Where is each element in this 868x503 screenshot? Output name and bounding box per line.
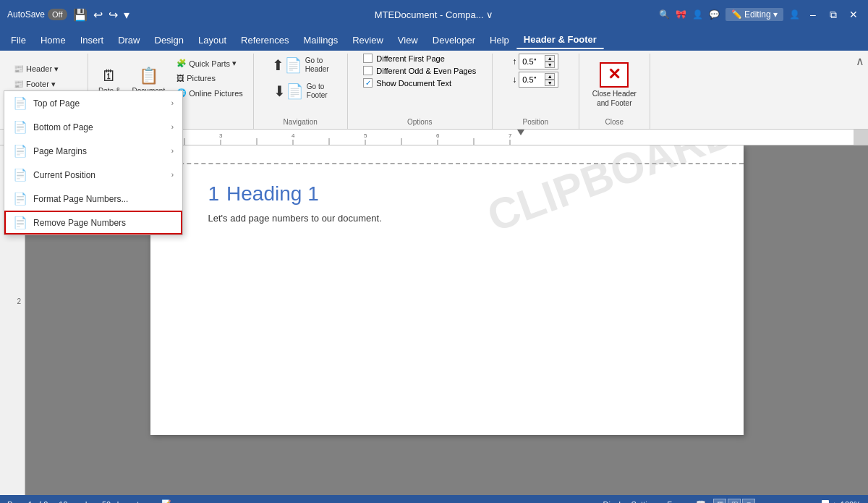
display-settings[interactable]: Display Settings [603,500,660,504]
menu-header-footer[interactable]: Header & Footer [516,31,604,49]
dropdown-item-bottom-of-page[interactable]: 📄 Bottom of Page › [4,115,182,139]
read-view-button[interactable]: ≡ [742,499,755,504]
minimize-button[interactable]: – [806,7,820,22]
autosave-state[interactable]: Off [48,9,67,20]
document-page: CLIPBOARD 1 Heading 1 Let's add page num… [150,145,744,435]
footer-caret: ▾ [51,80,56,89]
title-caret[interactable]: ∨ [486,9,493,20]
show-doc-text-checkbox[interactable]: ✓ [363,78,373,88]
header-pos-down[interactable]: ▼ [545,62,555,68]
header-position-row: ↑ 0.5" ▲ ▼ [512,54,558,69]
go-to-header-button[interactable]: ⬆📄 Go toHeader [268,54,333,77]
restore-button[interactable]: ⧉ [826,7,841,22]
view-buttons: ▦ ◫ ≡ [713,499,755,504]
footer-pos-up[interactable]: ▲ [545,73,555,80]
menu-file[interactable]: File [4,32,33,48]
zoom-out-button[interactable]: – [762,500,767,504]
quick-parts-label: Quick Parts [189,59,230,68]
quick-parts-caret: ▾ [232,59,237,68]
redo-icon[interactable]: ↪ [109,8,118,22]
dropdown-item-page-margins[interactable]: 📄 Page Margins › [4,139,182,163]
footer-button[interactable]: 📰 Footer ▾ [9,77,82,91]
close-button[interactable]: ✕ [846,7,861,22]
online-pictures-button[interactable]: 🌐 Online Pictures [172,86,247,100]
menu-help[interactable]: Help [482,32,516,48]
ribbon-icon[interactable]: 🎀 [676,9,686,20]
ribbon-group-options: Different First Page Different Odd & Eve… [348,54,493,129]
heading-number: 1 [208,182,220,206]
ribbon-group-position: ↑ 0.5" ▲ ▼ ↓ 0.5" ▲ ▼ [493,54,579,129]
menu-review[interactable]: Review [345,32,391,48]
navigation-group-label: Navigation [284,118,318,126]
page-number-dropdown: 📄 Top of Page › 📄 Bottom of Page › 📄 Pag… [4,90,183,235]
undo-icon[interactable]: ↩ [93,8,103,22]
current-position-arrow: › [171,171,174,179]
book-view-icon[interactable]: 📖 [696,499,706,503]
status-bar: Page 1 of 2 10 words 50 characters 📝 ☁ D… [0,495,868,503]
show-doc-text-option[interactable]: ✓ Show Document Text [363,78,476,88]
web-view-button[interactable]: ◫ [728,499,741,504]
go-to-footer-icon: ⬇📄 [273,83,304,100]
menu-references[interactable]: References [234,32,296,48]
footer-pos-down[interactable]: ▼ [545,80,555,86]
menu-home[interactable]: Home [33,32,73,48]
header-position-icon: ↑ [512,56,516,67]
customize-icon[interactable]: ▾ [124,8,129,22]
header-button[interactable]: 📰 Header ▾ [9,62,82,76]
autosave-toggle[interactable]: AutoSave Off [7,9,67,20]
comments-icon[interactable]: 💬 [709,9,720,20]
format-page-numbers-icon: 📄 [13,192,27,206]
proofing-icon[interactable]: 📝 [161,499,171,503]
go-to-footer-button[interactable]: ⬇📄 Go toFooter [269,80,332,103]
options-checkboxes: Different First Page Different Odd & Eve… [363,54,476,101]
menu-view[interactable]: View [391,32,425,48]
dropdown-item-remove-page-numbers[interactable]: 📄 Remove Page Numbers [4,211,182,234]
menu-developer[interactable]: Developer [425,32,482,48]
diff-odd-even-option[interactable]: Different Odd & Even Pages [363,66,476,75]
dropdown-item-format-page-numbers[interactable]: 📄 Format Page Numbers... [4,187,182,211]
diff-odd-even-checkbox[interactable] [363,66,373,75]
page-margins-icon: 📄 [13,144,27,158]
close-header-footer-button[interactable]: ✕ Close Headerand Footer [585,58,644,112]
menu-insert[interactable]: Insert [73,32,111,48]
position-fields: ↑ 0.5" ▲ ▼ ↓ 0.5" ▲ ▼ [512,54,558,101]
document-heading: Heading 1 [226,182,319,206]
zoom-slider-thumb[interactable] [822,500,829,504]
focus-button[interactable]: Focus [667,500,689,504]
dropdown-item-current-position[interactable]: 📄 Current Position › [4,163,182,187]
print-view-button[interactable]: ▦ [713,499,726,504]
header-caret: ▾ [54,64,59,74]
footer-position-spinners: ▲ ▼ [545,73,555,86]
menu-design[interactable]: Design [148,32,191,48]
footer-position-field[interactable]: 0.5" ▲ ▼ [519,72,558,88]
menu-layout[interactable]: Layout [191,32,234,48]
title-bar-right: 🔍 🎀 👤 💬 ✏️ Editing ▾ 👤 – ⧉ ✕ [576,7,861,22]
diff-first-page-checkbox[interactable] [363,54,373,63]
diff-first-page-option[interactable]: Different First Page [363,54,476,63]
menu-mailings[interactable]: Mailings [297,32,346,48]
dropdown-item-top-of-page[interactable]: 📄 Top of Page › [4,91,182,115]
go-to-header-icon: ⬆📄 [272,56,302,74]
quick-parts-button[interactable]: 🧩 Quick Parts ▾ [172,56,247,70]
header-position-field[interactable]: 0.5" ▲ ▼ [519,54,558,69]
share-icon[interactable]: 👤 [692,9,703,20]
close-header-footer-icon: ✕ [600,62,629,88]
save-icon[interactable]: 💾 [73,8,88,22]
zoom-in-button[interactable]: + [832,500,836,504]
header-pos-up[interactable]: ▲ [545,55,555,62]
svg-text:7: 7 [509,132,512,139]
ribbon-collapse-button[interactable]: ∧ [856,54,864,68]
person-icon[interactable]: 👤 [789,9,800,20]
indent-marker [517,130,524,135]
show-doc-text-check: ✓ [365,79,371,87]
bottom-of-page-label: Bottom of Page [33,122,93,132]
pictures-button[interactable]: 🖼 Pictures [172,72,247,85]
page-info: Page 1 of 2 [7,500,48,504]
ribbon-group-navigation: ⬆📄 Go toHeader ⬇📄 Go toFooter Navigation [254,54,348,129]
menu-draw[interactable]: Draw [111,32,147,48]
editing-dropdown[interactable]: ✏️ Editing ▾ [726,8,783,21]
search-icon[interactable]: 🔍 [659,9,670,20]
footer-label: Footer [26,80,49,88]
upload-icon[interactable]: ☁ [182,499,190,503]
go-to-header-label: Go toHeader [305,56,329,74]
